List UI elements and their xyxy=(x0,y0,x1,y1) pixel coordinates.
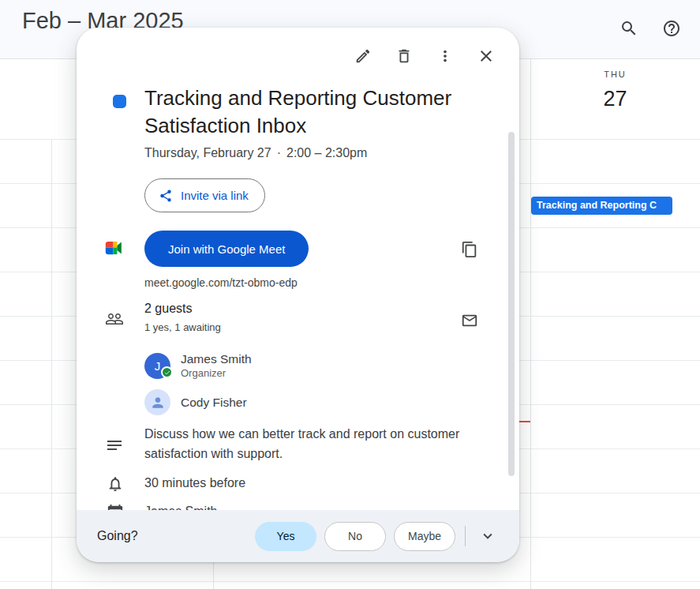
day-number[interactable]: 27 xyxy=(530,87,700,111)
rsvp-yes-button[interactable]: Yes xyxy=(255,522,316,551)
rsvp-no-button[interactable]: No xyxy=(324,522,386,551)
copy-meet-link-button[interactable] xyxy=(454,234,485,265)
chevron-down-icon xyxy=(479,527,496,545)
email-guests-button[interactable] xyxy=(454,305,485,336)
guests-icon xyxy=(105,310,124,332)
attendee-row-organizer[interactable]: J James Smith Organizer xyxy=(144,351,252,380)
grid-line xyxy=(0,581,700,582)
grid-line xyxy=(530,59,531,589)
rsvp-maybe-button[interactable]: Maybe xyxy=(394,522,455,551)
event-description: Discuss how we can better track and repo… xyxy=(144,424,489,463)
google-calendar-screen: THU 27 Tracking and Reporting C Feb – Ma… xyxy=(0,0,700,589)
email-icon xyxy=(461,312,478,329)
attendee-name: Cody Fisher xyxy=(181,395,247,410)
rsvp-more-options-button[interactable] xyxy=(475,523,500,549)
event-time: 2:00 – 2:30pm xyxy=(286,146,367,159)
edit-icon xyxy=(354,47,372,65)
copy-icon xyxy=(461,241,478,258)
grid-line xyxy=(51,139,52,589)
event-color-swatch xyxy=(113,95,126,108)
attendee-row-guest[interactable]: Cody Fisher xyxy=(144,389,247,415)
day-column-header: THU 27 xyxy=(530,69,700,111)
footer-divider xyxy=(465,526,466,546)
help-icon xyxy=(662,19,681,38)
day-of-week-label: THU xyxy=(530,69,700,79)
edit-event-button[interactable] xyxy=(347,40,379,72)
description-icon xyxy=(105,436,124,458)
rsvp-footer: Going? Yes No Maybe xyxy=(77,510,519,562)
invite-via-link-button[interactable]: Invite via link xyxy=(144,178,265,212)
attendee-role: Organizer xyxy=(181,366,252,380)
join-google-meet-button[interactable]: Join with Google Meet xyxy=(144,231,309,267)
close-icon xyxy=(477,47,496,66)
attendee-name: James Smith xyxy=(181,351,252,366)
event-details-popup: Tracking and Reporting Customer Satisfac… xyxy=(77,28,519,562)
google-meet-icon xyxy=(103,238,123,261)
guests-summary: 1 yes, 1 awaiting xyxy=(144,321,221,333)
invite-via-link-label: Invite via link xyxy=(181,189,249,202)
person-icon xyxy=(150,395,166,411)
event-date: Thursday, February 27 xyxy=(144,146,271,159)
avatar-cody-fisher xyxy=(144,389,170,415)
more-options-button[interactable] xyxy=(429,40,461,72)
more-options-icon xyxy=(436,47,454,65)
close-button[interactable] xyxy=(470,40,502,72)
dot-separator: · xyxy=(277,146,281,159)
bell-icon xyxy=(107,475,124,496)
share-icon xyxy=(159,189,173,203)
rsvp-question: Going? xyxy=(97,529,138,543)
accepted-check-icon xyxy=(161,366,173,378)
search-icon xyxy=(620,19,638,38)
delete-event-button[interactable] xyxy=(388,40,420,72)
guests-count: 2 guests xyxy=(144,302,192,316)
help-button[interactable] xyxy=(654,11,689,46)
delete-icon xyxy=(395,47,413,65)
event-chip[interactable]: Tracking and Reporting C xyxy=(531,197,672,215)
event-datetime: Thursday, February 27·2:00 – 2:30pm xyxy=(144,146,367,160)
reminder-text: 30 minutes before xyxy=(144,476,245,490)
event-title: Tracking and Reporting Customer Satisfac… xyxy=(144,84,498,140)
popup-scrollbar[interactable] xyxy=(508,132,515,476)
search-button[interactable] xyxy=(612,11,646,46)
topbar-actions xyxy=(612,11,689,46)
popup-toolbar xyxy=(347,40,502,72)
meet-link-text: meet.google.com/tzt-obmo-edp xyxy=(144,276,298,289)
